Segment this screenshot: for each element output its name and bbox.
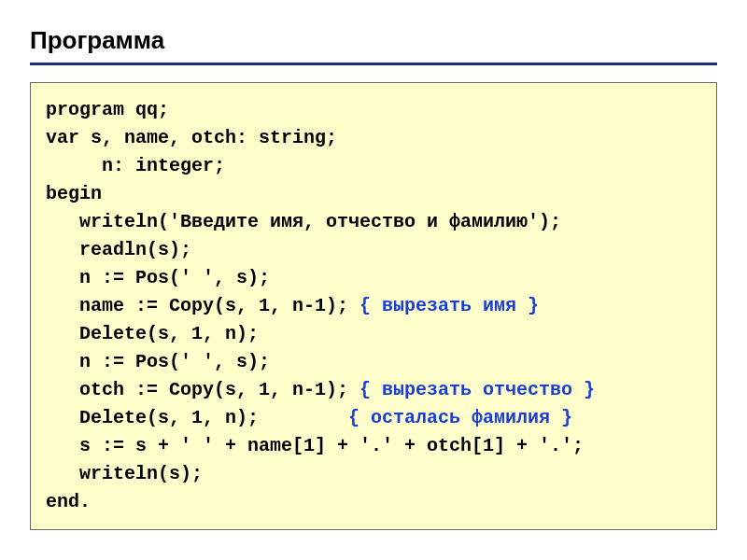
title-divider (30, 63, 717, 65)
code-line: writeln(s); (46, 463, 203, 484)
code-line: Delete(s, 1, n); (46, 323, 259, 344)
code-line: program qq; (46, 99, 169, 120)
code-line: readln(s); (46, 239, 191, 260)
code-line: n := Pos(' ', s); (46, 267, 270, 288)
code-comment: { вырезать имя } (359, 295, 539, 316)
code-line: otch := Copy(s, 1, n-1); (46, 379, 359, 400)
code-comment: { осталась фамилия } (348, 407, 572, 428)
code-line: name := Copy(s, 1, n-1); (46, 295, 359, 316)
code-line: s := s + ' ' + name[1] + '.' + otch[1] +… (46, 435, 584, 456)
code-line: var s, name, otch: string; (46, 127, 337, 148)
code-block: program qq; var s, name, otch: string; n… (30, 82, 717, 530)
code-line: end. (46, 491, 91, 512)
code-line: writeln('Введите имя, отчество и фамилию… (46, 211, 561, 232)
code-line: Delete(s, 1, n); (46, 407, 348, 428)
slide-title: Программа (30, 26, 717, 55)
code-line: n := Pos(' ', s); (46, 351, 270, 372)
code-line: n: integer; (46, 155, 225, 176)
code-comment: { вырезать отчество } (359, 379, 595, 400)
code-line: begin (46, 183, 102, 204)
